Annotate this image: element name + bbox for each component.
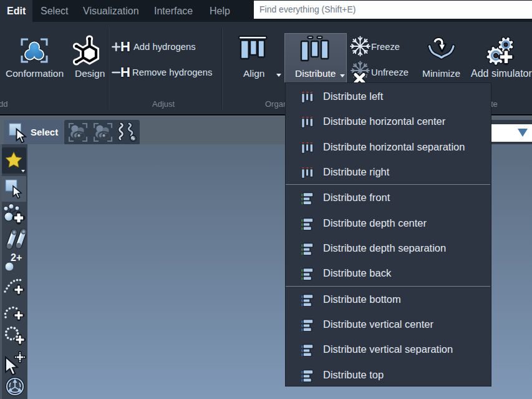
svg-text:2+: 2+ <box>11 252 22 263</box>
